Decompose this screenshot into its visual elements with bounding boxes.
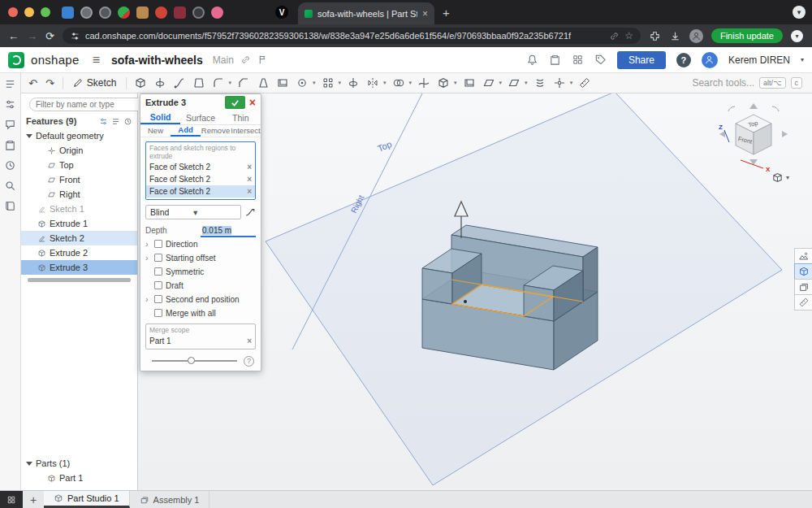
sketch-button[interactable]: Sketch <box>69 77 120 89</box>
vimium-extension-icon[interactable]: V <box>275 6 288 19</box>
tables-panel-button[interactable] <box>794 279 812 295</box>
featurescript-icon[interactable] <box>99 117 108 126</box>
tab-add[interactable]: Add <box>171 125 201 137</box>
document-menu-hamburger-icon[interactable]: ≡ <box>93 53 100 67</box>
extension-icon[interactable] <box>192 7 205 19</box>
document-properties-panel-icon[interactable] <box>4 139 16 151</box>
option-second-end-position[interactable]: › Second end position <box>145 293 256 306</box>
remove-selection-icon[interactable]: × <box>247 187 252 196</box>
transform-dropdown-caret-icon[interactable]: ▾ <box>454 80 457 86</box>
option-starting-offset[interactable]: › Starting offset <box>145 251 256 265</box>
tree-item-sketch-2[interactable]: Sketch 2 <box>21 231 137 245</box>
remove-selection-icon[interactable]: × <box>247 175 252 184</box>
rollback-bar[interactable] <box>28 278 131 282</box>
view-cube-rotate-ccw-arrow[interactable] <box>728 106 735 111</box>
point-dropdown-caret-icon[interactable]: ▾ <box>570 80 573 86</box>
expander-icon[interactable]: › <box>145 254 151 263</box>
option-direction[interactable]: › Direction <box>145 237 256 251</box>
forward-button[interactable]: → <box>27 30 37 42</box>
tab-solid[interactable]: Solid <box>140 111 180 124</box>
apps-grid-icon[interactable] <box>572 54 584 66</box>
extensions-puzzle-icon[interactable] <box>649 30 661 42</box>
user-avatar[interactable] <box>702 52 718 68</box>
url-omnibox[interactable]: cad.onshape.com/documents/f57952f7396028… <box>63 28 641 44</box>
expander-icon[interactable]: › <box>145 240 151 249</box>
configurations-panel-icon[interactable] <box>4 98 16 111</box>
extension-icon[interactable] <box>118 7 130 19</box>
tree-item-extrude-1[interactable]: Extrude 1 <box>21 216 137 231</box>
tree-item-top-plane[interactable]: Top <box>21 158 137 172</box>
help-button[interactable]: ? <box>676 53 691 67</box>
tab-part-studio-1[interactable]: Part Studio 1 <box>44 491 130 508</box>
window-close-button[interactable] <box>8 7 18 17</box>
draft-checkbox[interactable] <box>154 281 162 289</box>
extension-icon[interactable] <box>211 7 223 19</box>
view-cube-left-arrow[interactable] <box>719 131 725 137</box>
tree-item-extrude-3[interactable]: Extrude 3 <box>21 260 137 275</box>
reload-button[interactable]: ⟳ <box>45 30 54 42</box>
selection-row[interactable]: Face of Sketch 2 × <box>146 173 255 185</box>
preview-slider[interactable] <box>152 360 237 362</box>
url-text[interactable]: cad.onshape.com/documents/f57952f7396028… <box>85 31 604 41</box>
undo-button[interactable]: ↶ <box>26 77 40 89</box>
copy-link-icon[interactable] <box>609 31 620 41</box>
faces-selection-list[interactable]: Faces and sketch regions to extrude Face… <box>145 141 256 200</box>
boolean-dropdown-caret-icon[interactable]: ▾ <box>409 80 412 86</box>
extrude-tool-button[interactable] <box>132 76 149 89</box>
browser-menu-chevron-icon[interactable]: ▾ <box>791 30 803 42</box>
mirror-dropdown-caret-icon[interactable]: ▾ <box>383 80 387 86</box>
helix-tool-button[interactable] <box>532 76 548 89</box>
hole-tool-button[interactable] <box>294 76 310 89</box>
backrest-right-face[interactable] <box>583 247 598 302</box>
window-zoom-button[interactable] <box>41 7 50 17</box>
bottom-left-app-icon[interactable] <box>0 491 23 508</box>
symmetric-checkbox[interactable] <box>154 267 162 276</box>
section-view-panel-button[interactable] <box>794 294 812 310</box>
search-tools-placeholder[interactable]: Search tools... <box>692 77 754 89</box>
split-tool-button[interactable] <box>416 76 432 89</box>
versions-history-panel-icon[interactable] <box>4 159 16 172</box>
workspace-name[interactable]: Main <box>213 54 234 66</box>
offset-surface-tool-button[interactable] <box>481 76 497 89</box>
linear-pattern-tool-button[interactable] <box>320 76 336 89</box>
parts-group-header[interactable]: Parts (1) <box>21 456 137 471</box>
browser-tab[interactable]: sofa-with-wheels | Part Stud × <box>298 2 434 24</box>
boolean-tool-button[interactable] <box>391 76 407 89</box>
loft-tool-button[interactable] <box>191 76 207 89</box>
delete-part-tool-button[interactable] <box>461 76 477 89</box>
circular-pattern-tool-button[interactable] <box>345 76 361 89</box>
measure-tool-button[interactable] <box>577 76 593 89</box>
feature-list-panel-icon[interactable] <box>4 78 16 90</box>
versions-flag-icon[interactable] <box>257 54 268 65</box>
dialog-help-icon[interactable]: ? <box>244 356 254 367</box>
tab-strip-menu-chevron-icon[interactable]: ▾ <box>793 6 806 19</box>
expander-icon[interactable]: › <box>145 295 151 304</box>
extension-icon[interactable] <box>80 7 93 19</box>
direction-checkbox[interactable] <box>154 240 162 248</box>
view-cube-rotate-cw-arrow[interactable] <box>772 106 779 111</box>
tree-group-default-geometry[interactable]: Default geometry <box>21 128 137 143</box>
back-button[interactable]: ← <box>8 30 19 42</box>
view-cube-right-arrow[interactable] <box>782 131 788 137</box>
tab-assembly-1[interactable]: Assembly 1 <box>130 491 210 508</box>
bookmark-star-icon[interactable]: ☆ <box>624 30 633 41</box>
depth-input[interactable]: 0.015 m <box>201 224 256 237</box>
hole-dropdown-caret-icon[interactable]: ▾ <box>313 80 316 86</box>
end-condition-dropdown[interactable]: Blind ▾ <box>145 205 241 219</box>
cancel-button[interactable]: × <box>249 97 256 108</box>
tree-item-part-1[interactable]: Part 1 <box>21 471 137 485</box>
share-button[interactable]: Share <box>617 51 666 69</box>
tree-item-extrude-2[interactable]: Extrude 2 <box>21 245 137 260</box>
comments-panel-icon[interactable] <box>4 119 16 131</box>
flip-direction-icon[interactable] <box>244 206 256 218</box>
starting-offset-checkbox[interactable] <box>154 254 162 262</box>
option-merge-with-all[interactable]: Merge with all <box>145 306 256 320</box>
list-view-icon[interactable] <box>111 117 120 126</box>
search-panel-icon[interactable] <box>4 180 16 192</box>
selection-row[interactable]: Face of Sketch 2 × <box>146 185 255 198</box>
redo-button[interactable]: ↷ <box>43 77 57 89</box>
extension-icon[interactable] <box>174 7 186 19</box>
feature-filter-input[interactable] <box>29 98 149 111</box>
copy-document-link-icon[interactable] <box>240 54 251 65</box>
new-tab-button[interactable]: + <box>443 6 450 20</box>
